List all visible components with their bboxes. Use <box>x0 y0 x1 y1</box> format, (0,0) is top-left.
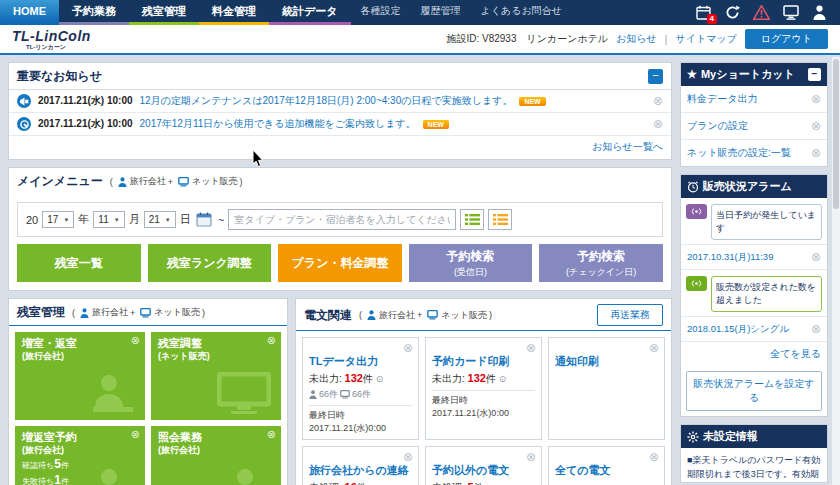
plan-rate-adjust-button[interactable]: プラン・料金調整 <box>278 244 402 282</box>
calendar-icon[interactable]: 4 <box>695 4 712 21</box>
main-column: 重要なお知らせ − 2017.11.21(水) 10:00 12月の定期メンテナ… <box>8 62 672 483</box>
notice-link[interactable]: 12月の定期メンテナンスは2017年12月18日(月) 2:00~4:30の日程… <box>140 94 513 108</box>
green-list-icon[interactable] <box>460 209 484 230</box>
tile-inquiry-tasks[interactable]: 照会業務 (旅行会社) ⊗ <box>151 426 281 485</box>
card-close-icon[interactable]: ⊗ <box>403 450 413 464</box>
travel-agent-icon <box>80 308 89 318</box>
resend-task-button[interactable]: 再送業務 <box>597 304 663 326</box>
reservation-search-checkin-button[interactable]: 予約検索(チェックイン日) <box>539 244 663 282</box>
notice-row: 2017.11.21(水) 10:00 12月の定期メンテナンスは2017年12… <box>9 90 671 113</box>
search-input[interactable] <box>228 209 456 230</box>
unset-info-item[interactable]: ■楽天トラベルのパスワード有効期限切れまで後3日です。有効期限が切れるとサイトコ… <box>681 448 827 483</box>
card-title-link[interactable]: 全ての電文 <box>555 463 658 478</box>
monitor-icon <box>217 372 271 414</box>
shortcut-remove-icon[interactable]: ⊗ <box>811 146 821 160</box>
tile-room-adjust[interactable]: 残室調整 (ネット販売) ⊗ <box>151 332 281 420</box>
chevron-down-icon: ▼ <box>114 217 120 223</box>
tile-close-icon[interactable]: ⊗ <box>267 428 276 442</box>
card-notification-print: ⊗ 通知印刷 <box>548 337 665 440</box>
alarm-message: 当日予約が発生しています <box>711 204 822 240</box>
reservation-search-received-button[interactable]: 予約検索(受信日) <box>409 244 533 282</box>
shortcut-remove-icon[interactable]: ⊗ <box>811 119 821 133</box>
alert-icon[interactable] <box>753 4 770 21</box>
alarm-dismiss-icon[interactable]: ⊗ <box>811 250 821 264</box>
nav-room-inventory[interactable]: 残室管理 <box>129 0 199 25</box>
card-title-link[interactable]: 通知印刷 <box>555 354 658 369</box>
notices-list-link[interactable]: お知らせ一覧へ <box>592 141 663 152</box>
card-close-icon[interactable]: ⊗ <box>403 341 413 355</box>
day-select[interactable]: 21▼ <box>144 211 176 228</box>
alarm-dismiss-icon[interactable]: ⊗ <box>811 322 821 336</box>
important-notices-panel: 重要なお知らせ − 2017.11.21(水) 10:00 12月の定期メンテナ… <box>8 62 672 160</box>
alarm-view-all-link[interactable]: 全てを見る <box>770 348 821 359</box>
facility-id: 施設ID: V82933 リンカーンホテル <box>446 32 608 46</box>
shortcuts-collapse-button[interactable]: − <box>808 68 821 81</box>
month-label: 月 <box>129 212 140 227</box>
notice-link[interactable]: 2017年12月11日から使用できる追加機能をご案内致します。 <box>140 117 416 131</box>
nav-settings[interactable]: 各種設定 <box>351 0 411 25</box>
card-close-icon[interactable]: ⊗ <box>649 341 659 355</box>
tile-add-return-reservation[interactable]: 増返室予約 (旅行会社) 確認待ち5件 失敗待ち1件 ⊗ <box>15 426 145 485</box>
travel-agent-icon <box>118 177 127 187</box>
logout-button[interactable]: ログアウト <box>745 29 828 49</box>
main-menu-buttons: 残室一覧 残室ランク調整 プラン・料金調整 予約検索(受信日) 予約検索(チェッ… <box>9 244 671 290</box>
nav-home[interactable]: HOME <box>0 0 59 25</box>
shortcut-item-plan-settings: プランの設定 ⊗ <box>681 113 827 140</box>
shortcut-item-net-sales-settings: ネット販売の設定:一覧 ⊗ <box>681 140 827 166</box>
main-menu-title: メインメニュー <box>17 173 103 190</box>
month-select[interactable]: 11▼ <box>93 211 124 228</box>
day-label: 日 <box>180 212 191 227</box>
scrollbar-thumb[interactable] <box>833 59 839 209</box>
header-notice-link[interactable]: お知らせ <box>616 32 657 46</box>
tile-close-icon[interactable]: ⊗ <box>131 334 140 348</box>
shortcut-remove-icon[interactable]: ⊗ <box>811 92 821 106</box>
room-management-panel: 残室管理 ( 旅行会社 + ネット販売 ) 増室・返室 (旅行会社) <box>8 298 288 485</box>
card-title-link[interactable]: TLデータ出力 <box>309 354 412 369</box>
nav-rates[interactable]: 料金管理 <box>199 0 269 25</box>
nav-statistics[interactable]: 統計データ <box>269 0 351 25</box>
orange-list-icon[interactable] <box>488 209 512 230</box>
card-title-link[interactable]: 予約カード印刷 <box>432 354 535 369</box>
vertical-scrollbar[interactable] <box>832 57 840 485</box>
user-icon[interactable] <box>811 4 828 21</box>
sales-alarm-section: 販売状況アラーム 当日予約が発生しています 2017.10.31(月)11:39… <box>680 174 828 417</box>
notices-title: 重要なお知らせ <box>17 68 102 85</box>
card-close-icon[interactable]: ⊗ <box>526 341 536 355</box>
header-sitemap-link[interactable]: サイトマップ <box>675 32 736 46</box>
room-rank-adjust-button[interactable]: 残室ランク調整 <box>148 244 272 282</box>
net-sales-icon <box>427 310 438 320</box>
tile-close-icon[interactable]: ⊗ <box>131 428 140 442</box>
refresh-icon[interactable] <box>724 4 741 21</box>
card-title-link[interactable]: 予約以外の電文 <box>432 463 535 478</box>
app-logo[interactable]: TL-LinColn TL-リンカーン <box>12 28 91 50</box>
signal-icon <box>686 276 707 291</box>
alarm-detail-row: 2017.10.31(月)11:39 ⊗ <box>681 244 827 270</box>
telegram-cards: ⊗ TLデータ出力 未出力: 132件 ⊙ 66件 66件 最終日時 2017.… <box>296 331 671 485</box>
header-separator: | <box>665 34 668 45</box>
monitor-icon[interactable] <box>782 4 799 21</box>
notice-dismiss-icon[interactable]: ⊗ <box>653 94 663 108</box>
unset-info-title: 未設定情報 <box>703 429 758 444</box>
nav-faq[interactable]: よくあるお問合せ <box>471 0 572 25</box>
notices-collapse-button[interactable]: − <box>648 69 663 84</box>
notice-dismiss-icon[interactable]: ⊗ <box>653 117 663 131</box>
refresh-small-icon[interactable]: ⊙ <box>376 374 384 384</box>
card-close-icon[interactable]: ⊗ <box>526 450 536 464</box>
calendar-picker-icon[interactable] <box>195 211 214 228</box>
net-sales-icon <box>178 177 189 187</box>
card-tl-data-output: ⊗ TLデータ出力 未出力: 132件 ⊙ 66件 66件 最終日時 2017.… <box>302 337 419 440</box>
refresh-small-icon[interactable]: ⊙ <box>499 374 507 384</box>
year-prefix: 20 <box>26 214 38 226</box>
telegram-title: 電文関連 <box>304 307 352 324</box>
tile-close-icon[interactable]: ⊗ <box>267 334 276 348</box>
card-travel-agent-contact: ⊗ 旅行会社からの連絡 未処理: 10件 ⊙ <box>302 446 419 485</box>
net-sales-icon <box>140 308 151 318</box>
remaining-rooms-list-button[interactable]: 残室一覧 <box>17 244 141 282</box>
card-close-icon[interactable]: ⊗ <box>649 450 659 464</box>
nav-reservation[interactable]: 予約業務 <box>59 0 129 25</box>
nav-history[interactable]: 履歴管理 <box>411 0 471 25</box>
year-select[interactable]: 17▼ <box>42 211 74 228</box>
card-title-link[interactable]: 旅行会社からの連絡 <box>309 463 412 478</box>
tile-add-return-rooms[interactable]: 増室・返室 (旅行会社) ⊗ <box>15 332 145 420</box>
alarm-settings-button[interactable]: 販売状況アラームを設定する <box>686 371 822 411</box>
